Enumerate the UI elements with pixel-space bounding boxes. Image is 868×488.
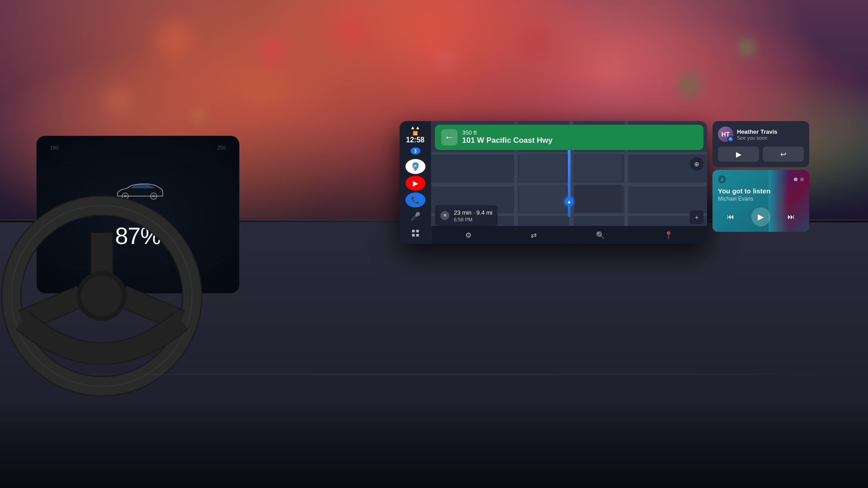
map-block <box>575 154 622 181</box>
settings-toolbar-button[interactable]: ⚙ <box>465 231 472 239</box>
next-track-button[interactable]: ⏭ <box>783 209 799 225</box>
play-message-button[interactable]: ▶ <box>718 146 759 162</box>
nav-direction-card: ← 350 ft 101 W Pacific Coast Hwy <box>435 125 703 150</box>
music-dot-indicator <box>794 178 797 181</box>
location-toolbar-button[interactable]: 📍 <box>664 231 673 239</box>
svg-rect-20 <box>412 234 415 236</box>
maps-app-icon[interactable] <box>406 159 425 174</box>
message-app-badge: ✉ <box>727 136 734 142</box>
eta-info: 23 min · 9.4 mi 6:58 PM <box>454 209 492 222</box>
music-card: ♫ You got to listen Michael Evans ⏮ ▶ ⏭ <box>712 170 809 232</box>
turn-arrow: ← <box>441 129 458 145</box>
map-block <box>519 185 566 212</box>
recenter-button[interactable]: ⊕ <box>690 157 703 171</box>
close-eta-button[interactable]: ✕ <box>440 211 449 220</box>
map-view[interactable]: ▲ ← 350 ft 101 W Pacific Coast Hwy ✕ 23 … <box>431 121 707 244</box>
svg-rect-21 <box>416 234 419 236</box>
nav-info: 350 ft 101 W Pacific Coast Hwy <box>462 129 697 145</box>
map-block <box>575 185 622 212</box>
message-actions: ▶ ↩ <box>718 146 804 162</box>
contact-info: Heather Travis See you soon <box>737 128 778 141</box>
zoom-in-button[interactable]: + <box>690 211 703 224</box>
current-location-marker: ▲ <box>563 195 576 208</box>
steering-wheel-svg <box>0 172 226 420</box>
map-block <box>519 154 566 181</box>
microphone-icon[interactable]: 🎤 <box>406 209 425 224</box>
right-panel: HT ✉ Heather Travis See you soon ▶ ↩ <box>712 121 809 232</box>
svg-rect-19 <box>416 230 419 232</box>
song-artist: Michael Evans <box>718 196 804 202</box>
music-controls: ⏮ ▶ ⏭ <box>718 207 804 226</box>
signal-bars: ▲▲ <box>410 125 420 130</box>
status-bar: ▲▲ 📶 12:58 <box>406 125 425 144</box>
youtube-music-icon[interactable]: ▶ <box>406 176 425 191</box>
svg-rect-18 <box>412 230 415 232</box>
maps-icon-svg <box>410 161 421 172</box>
contact-avatar-container: HT ✉ <box>718 127 733 142</box>
eta-card: ✕ 23 min · 9.4 mi 6:58 PM <box>435 205 498 226</box>
music-app-indicator: ♫ <box>718 175 726 183</box>
music-dot-indicator-2 <box>800 178 804 181</box>
grid-icon-svg <box>411 229 420 238</box>
map-toolbar: ⚙ ⇄ 🔍 📍 <box>431 226 707 244</box>
notification-badge[interactable]: 3 <box>410 147 420 155</box>
message-header: HT ✉ Heather Travis See you soon <box>718 127 804 142</box>
nav-street: 101 W Pacific Coast Hwy <box>462 136 697 145</box>
eta-arrival-time: 6:58 PM <box>454 217 492 222</box>
time-display: 12:58 <box>406 136 425 144</box>
phone-app-icon[interactable]: 📞 <box>406 192 425 207</box>
message-preview: See you soon <box>737 135 778 141</box>
svg-point-15 <box>81 276 122 316</box>
reply-message-button[interactable]: ↩ <box>763 146 804 162</box>
app-sidebar: ▲▲ 📶 12:58 3 ▶ 📞 🎤 <box>400 121 431 244</box>
eta-duration: 23 min · 9.4 mi <box>454 209 492 217</box>
steering-wheel <box>0 172 226 420</box>
message-card: HT ✉ Heather Travis See you soon ▶ ↩ <box>712 121 809 167</box>
nav-distance: 350 ft <box>462 129 697 136</box>
music-app-header: ♫ <box>718 175 804 183</box>
prev-track-button[interactable]: ⏮ <box>722 209 739 225</box>
apps-grid-icon[interactable] <box>406 225 425 240</box>
android-auto-display: ▲▲ 📶 12:58 3 ▶ 📞 🎤 <box>400 121 707 244</box>
search-toolbar-button[interactable]: 🔍 <box>596 231 605 239</box>
play-pause-button[interactable]: ▶ <box>751 207 770 226</box>
route-toolbar-button[interactable]: ⇄ <box>531 231 537 239</box>
music-track-info: You got to listen Michael Evans <box>718 187 804 202</box>
song-title: You got to listen <box>718 187 804 195</box>
contact-name: Heather Travis <box>737 128 778 135</box>
